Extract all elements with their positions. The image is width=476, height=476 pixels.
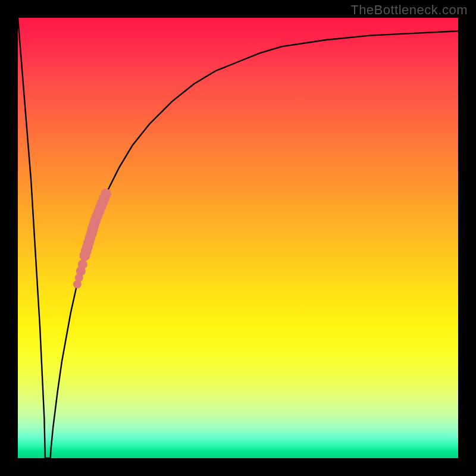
marker-dot <box>73 280 82 289</box>
marker-dot <box>79 250 90 261</box>
chart-svg <box>18 18 458 458</box>
bottleneck-curve <box>18 18 458 458</box>
marker-group <box>73 189 111 289</box>
plot-area <box>18 18 458 458</box>
attribution-text: TheBottleneck.com <box>350 2 468 18</box>
